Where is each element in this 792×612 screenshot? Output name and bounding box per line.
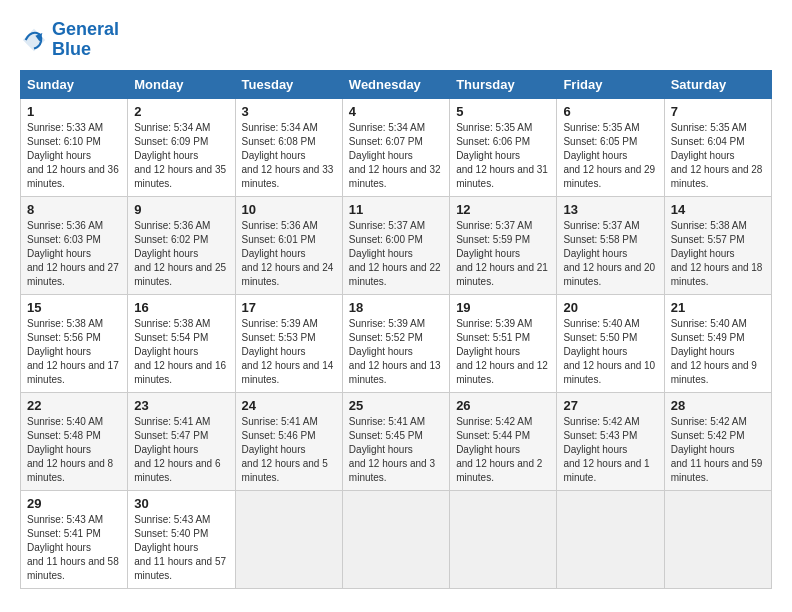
calendar-cell: 5 Sunrise: 5:35 AMSunset: 6:06 PMDayligh…: [450, 98, 557, 196]
day-number: 26: [456, 398, 550, 413]
calendar-cell: 7 Sunrise: 5:35 AMSunset: 6:04 PMDayligh…: [664, 98, 771, 196]
calendar-cell: 13 Sunrise: 5:37 AMSunset: 5:58 PMDaylig…: [557, 196, 664, 294]
day-number: 13: [563, 202, 657, 217]
day-info: Sunrise: 5:37 AMSunset: 5:59 PMDaylight …: [456, 220, 548, 287]
calendar-week-1: 1 Sunrise: 5:33 AMSunset: 6:10 PMDayligh…: [21, 98, 772, 196]
day-info: Sunrise: 5:36 AMSunset: 6:03 PMDaylight …: [27, 220, 119, 287]
day-number: 27: [563, 398, 657, 413]
calendar-cell: 6 Sunrise: 5:35 AMSunset: 6:05 PMDayligh…: [557, 98, 664, 196]
day-number: 7: [671, 104, 765, 119]
calendar-cell: 16 Sunrise: 5:38 AMSunset: 5:54 PMDaylig…: [128, 294, 235, 392]
logo-text: General Blue: [52, 20, 119, 60]
day-info: Sunrise: 5:37 AMSunset: 5:58 PMDaylight …: [563, 220, 655, 287]
calendar-cell: 15 Sunrise: 5:38 AMSunset: 5:56 PMDaylig…: [21, 294, 128, 392]
calendar-cell: 9 Sunrise: 5:36 AMSunset: 6:02 PMDayligh…: [128, 196, 235, 294]
day-info: Sunrise: 5:41 AMSunset: 5:45 PMDaylight …: [349, 416, 435, 483]
header-thursday: Thursday: [450, 70, 557, 98]
day-number: 17: [242, 300, 336, 315]
day-info: Sunrise: 5:34 AMSunset: 6:09 PMDaylight …: [134, 122, 226, 189]
day-number: 16: [134, 300, 228, 315]
calendar-cell: 20 Sunrise: 5:40 AMSunset: 5:50 PMDaylig…: [557, 294, 664, 392]
header-sunday: Sunday: [21, 70, 128, 98]
day-info: Sunrise: 5:40 AMSunset: 5:49 PMDaylight …: [671, 318, 757, 385]
header-monday: Monday: [128, 70, 235, 98]
calendar-cell: 29 Sunrise: 5:43 AMSunset: 5:41 PMDaylig…: [21, 490, 128, 588]
calendar-cell: [235, 490, 342, 588]
calendar-cell: 14 Sunrise: 5:38 AMSunset: 5:57 PMDaylig…: [664, 196, 771, 294]
calendar-cell: 3 Sunrise: 5:34 AMSunset: 6:08 PMDayligh…: [235, 98, 342, 196]
day-info: Sunrise: 5:36 AMSunset: 6:02 PMDaylight …: [134, 220, 226, 287]
calendar-cell: 26 Sunrise: 5:42 AMSunset: 5:44 PMDaylig…: [450, 392, 557, 490]
day-info: Sunrise: 5:40 AMSunset: 5:48 PMDaylight …: [27, 416, 113, 483]
calendar-cell: [450, 490, 557, 588]
calendar-week-3: 15 Sunrise: 5:38 AMSunset: 5:56 PMDaylig…: [21, 294, 772, 392]
day-number: 4: [349, 104, 443, 119]
day-number: 15: [27, 300, 121, 315]
calendar-cell: 11 Sunrise: 5:37 AMSunset: 6:00 PMDaylig…: [342, 196, 449, 294]
day-number: 19: [456, 300, 550, 315]
calendar-cell: 25 Sunrise: 5:41 AMSunset: 5:45 PMDaylig…: [342, 392, 449, 490]
day-info: Sunrise: 5:35 AMSunset: 6:04 PMDaylight …: [671, 122, 763, 189]
calendar-cell: [342, 490, 449, 588]
day-info: Sunrise: 5:41 AMSunset: 5:47 PMDaylight …: [134, 416, 220, 483]
day-number: 25: [349, 398, 443, 413]
day-number: 23: [134, 398, 228, 413]
calendar-cell: 17 Sunrise: 5:39 AMSunset: 5:53 PMDaylig…: [235, 294, 342, 392]
day-info: Sunrise: 5:35 AMSunset: 6:06 PMDaylight …: [456, 122, 548, 189]
day-info: Sunrise: 5:39 AMSunset: 5:52 PMDaylight …: [349, 318, 441, 385]
day-info: Sunrise: 5:39 AMSunset: 5:51 PMDaylight …: [456, 318, 548, 385]
day-number: 12: [456, 202, 550, 217]
calendar-cell: 23 Sunrise: 5:41 AMSunset: 5:47 PMDaylig…: [128, 392, 235, 490]
day-info: Sunrise: 5:41 AMSunset: 5:46 PMDaylight …: [242, 416, 328, 483]
day-number: 18: [349, 300, 443, 315]
calendar-cell: 1 Sunrise: 5:33 AMSunset: 6:10 PMDayligh…: [21, 98, 128, 196]
calendar-cell: 21 Sunrise: 5:40 AMSunset: 5:49 PMDaylig…: [664, 294, 771, 392]
calendar-header-row: SundayMondayTuesdayWednesdayThursdayFrid…: [21, 70, 772, 98]
calendar-cell: 27 Sunrise: 5:42 AMSunset: 5:43 PMDaylig…: [557, 392, 664, 490]
header-wednesday: Wednesday: [342, 70, 449, 98]
day-info: Sunrise: 5:38 AMSunset: 5:57 PMDaylight …: [671, 220, 763, 287]
day-number: 29: [27, 496, 121, 511]
day-info: Sunrise: 5:43 AMSunset: 5:40 PMDaylight …: [134, 514, 226, 581]
calendar-cell: 12 Sunrise: 5:37 AMSunset: 5:59 PMDaylig…: [450, 196, 557, 294]
header-saturday: Saturday: [664, 70, 771, 98]
day-info: Sunrise: 5:37 AMSunset: 6:00 PMDaylight …: [349, 220, 441, 287]
day-number: 10: [242, 202, 336, 217]
calendar-cell: 4 Sunrise: 5:34 AMSunset: 6:07 PMDayligh…: [342, 98, 449, 196]
day-number: 9: [134, 202, 228, 217]
day-number: 3: [242, 104, 336, 119]
day-number: 8: [27, 202, 121, 217]
day-number: 5: [456, 104, 550, 119]
day-number: 22: [27, 398, 121, 413]
calendar-cell: 18 Sunrise: 5:39 AMSunset: 5:52 PMDaylig…: [342, 294, 449, 392]
day-info: Sunrise: 5:33 AMSunset: 6:10 PMDaylight …: [27, 122, 119, 189]
calendar-cell: 28 Sunrise: 5:42 AMSunset: 5:42 PMDaylig…: [664, 392, 771, 490]
day-info: Sunrise: 5:38 AMSunset: 5:54 PMDaylight …: [134, 318, 226, 385]
calendar-cell: 10 Sunrise: 5:36 AMSunset: 6:01 PMDaylig…: [235, 196, 342, 294]
calendar-cell: 22 Sunrise: 5:40 AMSunset: 5:48 PMDaylig…: [21, 392, 128, 490]
day-number: 14: [671, 202, 765, 217]
day-info: Sunrise: 5:43 AMSunset: 5:41 PMDaylight …: [27, 514, 119, 581]
day-number: 6: [563, 104, 657, 119]
day-info: Sunrise: 5:42 AMSunset: 5:42 PMDaylight …: [671, 416, 763, 483]
day-number: 1: [27, 104, 121, 119]
day-number: 28: [671, 398, 765, 413]
day-number: 30: [134, 496, 228, 511]
calendar-week-4: 22 Sunrise: 5:40 AMSunset: 5:48 PMDaylig…: [21, 392, 772, 490]
day-info: Sunrise: 5:39 AMSunset: 5:53 PMDaylight …: [242, 318, 334, 385]
header-tuesday: Tuesday: [235, 70, 342, 98]
calendar-table: SundayMondayTuesdayWednesdayThursdayFrid…: [20, 70, 772, 589]
calendar-cell: 30 Sunrise: 5:43 AMSunset: 5:40 PMDaylig…: [128, 490, 235, 588]
header-friday: Friday: [557, 70, 664, 98]
day-number: 2: [134, 104, 228, 119]
calendar-cell: [557, 490, 664, 588]
day-info: Sunrise: 5:38 AMSunset: 5:56 PMDaylight …: [27, 318, 119, 385]
day-number: 20: [563, 300, 657, 315]
day-number: 24: [242, 398, 336, 413]
calendar-cell: [664, 490, 771, 588]
logo: General Blue: [20, 20, 119, 60]
calendar-week-2: 8 Sunrise: 5:36 AMSunset: 6:03 PMDayligh…: [21, 196, 772, 294]
calendar-cell: 19 Sunrise: 5:39 AMSunset: 5:51 PMDaylig…: [450, 294, 557, 392]
day-info: Sunrise: 5:40 AMSunset: 5:50 PMDaylight …: [563, 318, 655, 385]
day-info: Sunrise: 5:42 AMSunset: 5:44 PMDaylight …: [456, 416, 542, 483]
